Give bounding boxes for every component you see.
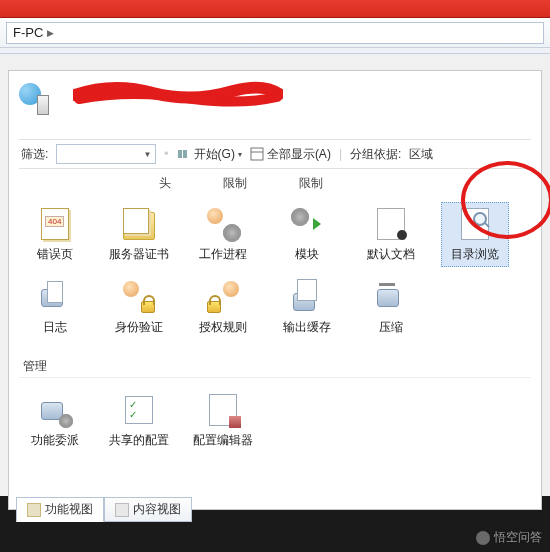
groupby-dropdown[interactable]: 区域	[409, 146, 433, 163]
icon-label: 默认文档	[367, 246, 415, 263]
icon-label: 功能委派	[31, 432, 79, 449]
watermark-text: 悟空问答	[494, 529, 542, 546]
window-titlebar	[0, 0, 550, 18]
start-icon	[177, 147, 191, 161]
view-tabs: 功能视图 内容视图	[16, 497, 192, 522]
tab-features-view[interactable]: 功能视图	[16, 497, 104, 522]
server-icon	[19, 83, 51, 115]
compression-icon	[373, 279, 409, 315]
icon-label: 配置编辑器	[193, 432, 253, 449]
error-pages-icon: 404	[37, 206, 73, 242]
icon-label: 身份验证	[115, 319, 163, 336]
start-label: 开始(G)	[194, 146, 235, 163]
output-caching-icon	[289, 279, 325, 315]
filter-dropdown[interactable]: ▼	[56, 144, 156, 164]
default-document-icon	[373, 206, 409, 242]
watermark: 悟空问答	[476, 529, 542, 546]
worker-processes-item[interactable]: 工作进程	[189, 202, 257, 267]
authorization-rules-item[interactable]: 授权规则	[189, 275, 257, 340]
certificate-icon	[121, 206, 157, 242]
error-pages-item[interactable]: 404 错误页	[21, 202, 89, 267]
filter-label: 筛选:	[21, 146, 48, 163]
feature-delegation-item[interactable]: 功能委派	[21, 388, 89, 453]
icon-label: 共享的配置	[109, 432, 169, 449]
directory-browsing-icon	[457, 206, 493, 242]
breadcrumb-node: F-PC	[13, 25, 43, 40]
feature-delegation-icon	[37, 392, 73, 428]
icon-label: 目录浏览	[451, 246, 499, 263]
modules-item[interactable]: 模块	[273, 202, 341, 267]
divider	[0, 48, 550, 54]
features-view-icon	[27, 503, 41, 517]
toolbar: 筛选: ▼ • 开始(G) ▾ 全部显示(A) | 分组依据: 区域	[19, 139, 531, 169]
authorization-rules-icon	[205, 279, 241, 315]
directory-browsing-item[interactable]: 目录浏览	[441, 202, 509, 267]
tab-label: 内容视图	[133, 501, 181, 518]
shared-configuration-item[interactable]: 共享的配置	[105, 388, 173, 453]
column-headers: 头 限制 限制	[19, 175, 531, 192]
svg-rect-1	[183, 150, 187, 158]
groupby-label: 分组依据:	[350, 146, 401, 163]
server-certificates-item[interactable]: 服务器证书	[105, 202, 173, 267]
configuration-editor-icon	[205, 392, 241, 428]
chevron-down-icon: ▾	[238, 150, 242, 159]
group-management-label: 管理	[19, 350, 531, 378]
icon-label: 输出缓存	[283, 319, 331, 336]
show-all-label: 全部显示(A)	[267, 146, 331, 163]
shared-configuration-icon	[121, 392, 157, 428]
col-header: 限制	[299, 175, 323, 192]
default-document-item[interactable]: 默认文档	[357, 202, 425, 267]
icon-label: 服务器证书	[109, 246, 169, 263]
icon-label: 压缩	[379, 319, 403, 336]
icon-label: 授权规则	[199, 319, 247, 336]
icon-grid-management: 功能委派 共享的配置 配置编辑器	[19, 382, 531, 463]
show-all-icon	[250, 147, 264, 161]
tab-content-view[interactable]: 内容视图	[104, 497, 192, 522]
tab-label: 功能视图	[45, 501, 93, 518]
watermark-icon	[476, 531, 490, 545]
icon-label: 日志	[43, 319, 67, 336]
icon-grid-iis: 404 错误页 服务器证书 工作进程 模块 默认文档 目录浏览 日志	[19, 196, 531, 350]
icon-label: 错误页	[37, 246, 73, 263]
configuration-editor-item[interactable]: 配置编辑器	[189, 388, 257, 453]
icon-label: 模块	[295, 246, 319, 263]
modules-icon	[289, 206, 325, 242]
page-header	[19, 83, 531, 115]
breadcrumb-bar: F-PC ▶	[0, 18, 550, 48]
show-all-button[interactable]: 全部显示(A)	[250, 146, 331, 163]
groupby-value: 区域	[409, 146, 433, 163]
chevron-down-icon: ▼	[143, 150, 151, 159]
authentication-icon	[121, 279, 157, 315]
content-panel: 筛选: ▼ • 开始(G) ▾ 全部显示(A) | 分组依据: 区域 头 限制 …	[8, 70, 542, 510]
authentication-item[interactable]: 身份验证	[105, 275, 173, 340]
breadcrumb[interactable]: F-PC ▶	[6, 22, 544, 44]
redacted-annotation	[73, 79, 283, 109]
icon-label: 工作进程	[199, 246, 247, 263]
svg-rect-0	[178, 150, 182, 158]
content-view-icon	[115, 503, 129, 517]
svg-rect-2	[251, 148, 263, 160]
col-header: 限制	[223, 175, 247, 192]
compression-item[interactable]: 压缩	[357, 275, 425, 340]
output-caching-item[interactable]: 输出缓存	[273, 275, 341, 340]
start-button[interactable]: 开始(G) ▾	[177, 146, 242, 163]
chevron-right-icon: ▶	[47, 28, 54, 38]
logging-icon	[37, 279, 73, 315]
worker-process-icon	[205, 206, 241, 242]
logging-item[interactable]: 日志	[21, 275, 89, 340]
col-header: 头	[159, 175, 171, 192]
